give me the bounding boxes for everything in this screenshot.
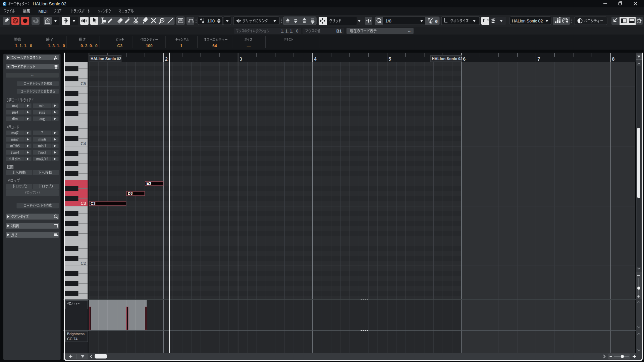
svg-text:C3: C3 [91, 201, 96, 205]
svg-text:HALion Sonic 02: HALion Sonic 02 [512, 19, 543, 23]
svg-text:Brightness: Brightness [67, 332, 85, 336]
svg-text:3: 3 [239, 56, 242, 62]
svg-text:64: 64 [212, 44, 217, 48]
svg-text:7: 7 [537, 56, 540, 62]
svg-text:C3: C3 [117, 44, 123, 48]
svg-text:—: — [247, 44, 251, 48]
svg-text:C2: C2 [81, 261, 86, 266]
svg-text:8: 8 [612, 56, 615, 62]
svg-text:100: 100 [207, 18, 215, 23]
svg-text:e: e [435, 18, 438, 24]
svg-text:1. 1. 1.: 1. 1. 1. [281, 29, 293, 34]
svg-text:--: -- [408, 29, 411, 34]
svg-text:4: 4 [314, 56, 317, 62]
svg-text:1/8: 1/8 [385, 18, 391, 23]
svg-text:1: 1 [180, 44, 182, 48]
svg-text:C4: C4 [81, 141, 86, 146]
svg-text:B1: B1 [336, 29, 342, 34]
svg-text:HALion Sonic 02: HALion Sonic 02 [33, 1, 67, 6]
svg-text:MIDI: MIDI [39, 9, 48, 14]
svg-text:E3: E3 [147, 181, 151, 185]
svg-text:CC 74: CC 74 [67, 337, 77, 341]
svg-text:0: 0 [30, 44, 32, 48]
svg-text:HALion Sonic 02: HALion Sonic 02 [91, 57, 121, 61]
svg-text:D3: D3 [128, 191, 133, 195]
svg-text:0: 0 [63, 44, 65, 48]
svg-text:2: 2 [165, 56, 168, 62]
svg-text:0: 0 [95, 44, 98, 48]
svg-text:HALion Sonic 02: HALion Sonic 02 [432, 57, 463, 61]
svg-text:1. 3. 1.: 1. 3. 1. [48, 44, 60, 48]
svg-text:0. 2. 0.: 0. 2. 0. [80, 44, 93, 48]
svg-text:C5: C5 [81, 81, 86, 86]
svg-text:6: 6 [463, 56, 466, 62]
svg-text:1. 1. 1.: 1. 1. 1. [15, 44, 28, 48]
svg-text:--: -- [31, 73, 34, 77]
svg-text:S: S [14, 18, 17, 23]
svg-text:100: 100 [146, 44, 153, 48]
svg-text:C3: C3 [81, 201, 86, 206]
svg-text:0: 0 [296, 29, 299, 34]
svg-text:5: 5 [388, 56, 391, 62]
